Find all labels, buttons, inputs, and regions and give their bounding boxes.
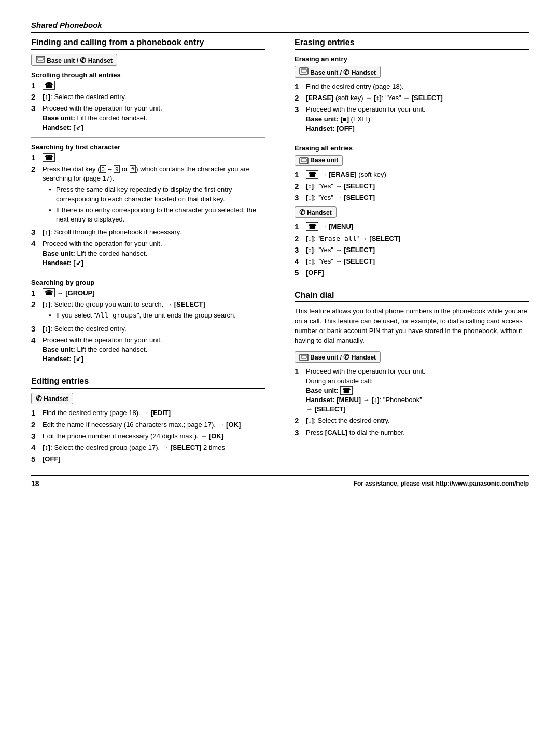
base-unit-svg (36, 56, 45, 63)
erase-all-base-step-1: 1 ☎ → [ERASE] (soft key) (295, 170, 529, 180)
first-char-section-title: Searching by first character (31, 143, 265, 151)
base-unit-icon-erasing (299, 67, 309, 75)
page-container: Shared Phonebook Finding and calling fro… (31, 21, 529, 488)
divider-2 (31, 273, 265, 273)
group-step-2: 2 [↕]: Select the group you want to sear… (31, 300, 265, 322)
base-unit-svg-erasing (299, 67, 309, 75)
erase-all-hs-step-3: 3 [↕]: "Yes" → [SELECT] (295, 245, 529, 255)
group-step-3: 3 [↕]: Select the desired entry. (31, 324, 265, 334)
handset-label-erasing-all: Handset (307, 209, 331, 216)
editing-step-1: 1 Find the desired entry (page 18). → [E… (31, 408, 265, 418)
first-char-steps: 1 ☎ 2 Press the dial key (0 – 9 or #) wh… (31, 153, 265, 268)
bullet-1: Press the same dial key repeatedly to di… (49, 185, 265, 204)
erase-all-handset-steps: 1 ☎ → [MENU] 2 [↕]: "Erase all" → [SELEC… (295, 222, 529, 278)
group-step-1: 1 ☎ → [GROUP] (31, 288, 265, 298)
base-handset-badge-finding: Base unit / ✆ Handset (31, 54, 117, 66)
erase-entry-step-2: 2 [ERASE] (soft key) → [↕]: "Yes" → [SEL… (295, 93, 529, 103)
erase-all-hs-step-4: 4 [↕]: "Yes" → [SELECT] (295, 257, 529, 266)
erase-all-hs-step-1: 1 ☎ → [MENU] (295, 222, 529, 231)
editing-steps: 1 Find the desired entry (page 18). → [E… (31, 408, 265, 464)
svg-rect-1 (38, 57, 43, 60)
handset-icon-chain: ✆ (343, 353, 349, 361)
first-char-step-1: 1 ☎ (31, 153, 265, 162)
base-handset-badge-erasing: Base unit / ✆ Handset (295, 66, 381, 78)
page-number: 18 (31, 479, 39, 488)
editing-step-2: 2 Edit the name if necessary (16 charact… (31, 420, 265, 430)
erasing-section-title: Erasing entries (295, 38, 529, 50)
erase-entry-step-3: 3 Proceed with the operation for your un… (295, 105, 529, 133)
erase-all-base-steps: 1 ☎ → [ERASE] (soft key) 2 [↕]: "Yes" → … (295, 170, 529, 203)
erase-all-base-step-2: 2 [↕]: "Yes" → [SELECT] (295, 182, 529, 191)
erase-entry-step-1: 1 Find the desired entry (page 18). (295, 82, 529, 91)
chain-dial-description: This feature allows you to dial phone nu… (295, 307, 529, 346)
footer-help-text: For assistance, please visit http://www.… (354, 480, 529, 487)
erasing-entry-steps: 1 Find the desired entry (page 18). 2 [E… (295, 82, 529, 133)
group-bullets: If you select "All groups", the unit end… (43, 311, 236, 320)
base-unit-label: Base unit / (47, 57, 78, 64)
handset-label-chain: Handset (352, 354, 376, 361)
base-unit-svg-chain (299, 354, 309, 361)
base-label-erasing: Base unit / (310, 69, 342, 76)
editing-step-5: 5 [OFF] (31, 454, 265, 464)
base-unit-icon (36, 56, 45, 63)
left-column: Finding and calling from a phonebook ent… (31, 38, 276, 467)
base-unit-badge-erasing-all: Base unit (295, 155, 343, 166)
shared-phonebook-title: Shared Phonebook (31, 21, 529, 33)
erase-all-base-step-3: 3 [↕]: "Yes" → [SELECT] (295, 193, 529, 202)
handset-icon-erasing: ✆ (343, 68, 349, 76)
divider-right-2 (295, 283, 529, 283)
erase-all-hs-step-5: 5 [OFF] (295, 268, 529, 278)
handset-badge-erasing-all: ✆ Handset (295, 206, 337, 218)
handset-badge-editing: ✆ Handset (31, 393, 73, 404)
svg-rect-5 (301, 159, 306, 162)
scroll-section-title: Scrolling through all entries (31, 71, 265, 79)
chain-dial-title: Chain dial (295, 291, 529, 302)
group-section-title: Searching by group (31, 279, 265, 286)
editing-section-title: Editing entries (31, 377, 265, 389)
chain-step-2: 2 [↕]: Select the desired entry. (295, 416, 529, 425)
bullet-2: If there is no entry corresponding to th… (49, 205, 265, 224)
base-unit-icon-chain (299, 354, 310, 361)
group-bullet-1: If you select "All groups", the unit end… (49, 311, 236, 320)
editing-step-3: 3 Edit the phone number if necessary (24… (31, 432, 265, 441)
group-step-4: 4 Proceed with the operation for your un… (31, 336, 265, 364)
handset-label: Handset (88, 57, 113, 64)
divider-right-1 (295, 139, 529, 139)
first-char-step-3: 3 [↕]: Scroll through the phonebook if n… (31, 228, 265, 237)
editing-step-4: 4 [↕]: Select the desired group (page 17… (31, 443, 265, 452)
handset-label-editing: Handset (44, 395, 68, 403)
divider-3 (31, 369, 265, 369)
first-char-step-4: 4 Proceed with the operation for your un… (31, 239, 265, 268)
chain-step-3: 3 Press [CALL] to dial the number. (295, 428, 529, 437)
handset-icon-erasing-all: ✆ (299, 208, 305, 216)
chain-dial-steps: 1 Proceed with the operation for your un… (295, 367, 529, 437)
base-handset-badge-chain: Base unit / ✆ Handset (295, 351, 381, 363)
page-footer: 18 For assistance, please visit http://w… (31, 475, 529, 488)
erasing-all-title: Erasing all entries (295, 144, 529, 152)
base-unit-svg-all (299, 157, 309, 164)
group-steps: 1 ☎ → [GROUP] 2 [↕]: Select the group yo… (31, 288, 265, 364)
right-column: Erasing entries Erasing an entry Base un… (292, 38, 529, 467)
handset-icon-finding: ✆ (80, 56, 86, 64)
divider-1 (31, 137, 265, 138)
scroll-steps: 1 ☎ 2 [↕]: Select the desired entry. 3 P… (31, 81, 265, 132)
two-column-layout: Finding and calling from a phonebook ent… (31, 38, 529, 467)
svg-rect-7 (301, 355, 306, 358)
scroll-step-2: 2 [↕]: Select the desired entry. (31, 92, 265, 102)
handset-label-erasing: Handset (352, 69, 376, 76)
base-unit-icon-erasing-all (299, 157, 310, 164)
base-label-chain: Base unit / (310, 354, 342, 361)
svg-rect-3 (301, 69, 306, 72)
finding-calling-title: Finding and calling from a phonebook ent… (31, 38, 265, 50)
chain-step-1: 1 Proceed with the operation for your un… (295, 367, 529, 414)
erasing-entry-title: Erasing an entry (295, 55, 529, 63)
scroll-step-1: 1 ☎ (31, 81, 265, 90)
first-char-bullets: Press the same dial key repeatedly to di… (43, 185, 265, 225)
first-char-step-2: 2 Press the dial key (0 – 9 or #) which … (31, 164, 265, 226)
base-unit-label-all: Base unit (310, 157, 338, 164)
erase-all-hs-step-2: 2 [↕]: "Erase all" → [SELECT] (295, 234, 529, 243)
handset-icon-editing: ✆ (36, 394, 42, 403)
scroll-step-3: 3 Proceed with the operation for your un… (31, 104, 265, 132)
